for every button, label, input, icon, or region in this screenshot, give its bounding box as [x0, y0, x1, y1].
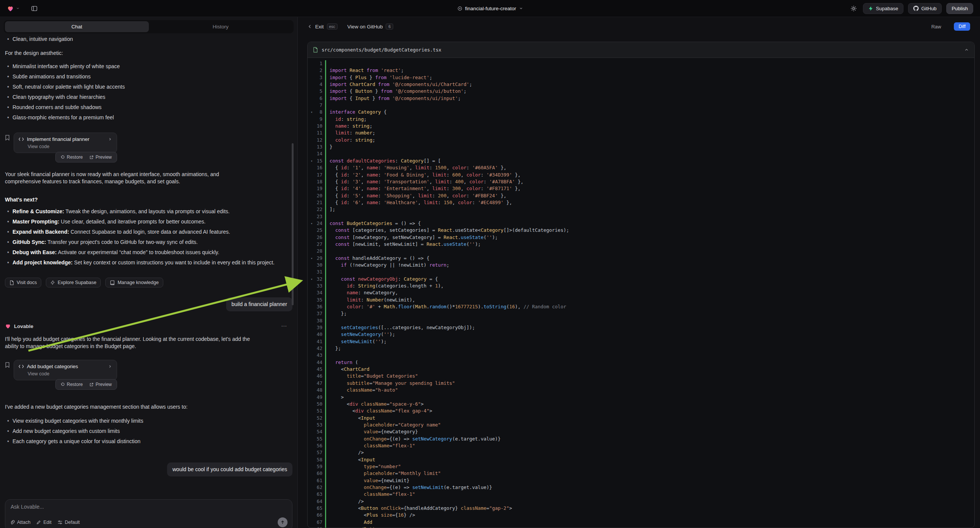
github-button[interactable]: GitHub: [908, 3, 942, 14]
chat-scrollbar-thumb[interactable]: [292, 143, 294, 305]
diff-added-marker: [325, 297, 326, 304]
chat-messages[interactable]: Clean, intuitive navigation For the desi…: [0, 33, 298, 528]
code-text: subtitle="Manage your spending limits": [329, 380, 455, 387]
file-icon: [313, 47, 318, 52]
fold-chevron-icon[interactable]: ▾: [311, 276, 312, 283]
exit-button[interactable]: Exit esc: [308, 24, 337, 30]
edit-button[interactable]: Edit: [37, 520, 51, 525]
chevron-down-icon: [519, 6, 523, 11]
raw-toggle-button[interactable]: Raw: [928, 22, 944, 31]
next-step-item: Debug with Ease: Activate our experiment…: [5, 249, 293, 256]
chevron-right-icon: [108, 364, 112, 369]
tab-history[interactable]: History: [149, 21, 293, 32]
line-number: 7: [310, 102, 325, 109]
fold-chevron-icon[interactable]: ▾: [311, 255, 312, 262]
line-number: 18: [310, 178, 325, 185]
code-line: 22];: [310, 206, 974, 213]
code-text: return (: [329, 359, 358, 366]
line-number: 17: [310, 172, 325, 178]
diff-added-marker: [325, 526, 326, 528]
send-button[interactable]: [278, 517, 288, 527]
code-editor[interactable]: 12import React from 'react';3import { Pl…: [308, 58, 974, 528]
line-number: 57: [310, 449, 325, 456]
line-number: 53: [310, 421, 325, 428]
code-line: 27 const [newLimit, setNewLimit] = React…: [310, 241, 974, 248]
code-line: 11 limit: number;: [310, 130, 974, 136]
code-viewer-panel: Exit esc View on GitHub 6 Raw Diff src/c…: [298, 17, 980, 528]
project-switcher[interactable]: financial-future-creator: [457, 6, 523, 11]
code-text: className="flex-1": [329, 491, 415, 498]
diff-toggle-button[interactable]: Diff: [954, 22, 970, 31]
code-line: 45 <ChartCard: [310, 366, 974, 373]
code-line: 59 type="number": [310, 463, 974, 470]
diff-added-marker: [325, 456, 326, 463]
user-message: would be cool if you could add budget ca…: [167, 463, 293, 477]
attach-button[interactable]: Attach: [10, 520, 30, 525]
code-change-card[interactable]: Implement financial planner View code: [14, 132, 117, 153]
diff-added-marker: [325, 401, 326, 407]
model-default-button[interactable]: Default: [57, 520, 80, 525]
diff-added-marker: [325, 213, 326, 220]
code-card-title: Add budget categories: [27, 364, 105, 369]
code-line: 28: [310, 248, 974, 254]
diff-added-marker: [325, 172, 326, 178]
publish-button[interactable]: Publish: [946, 3, 973, 14]
tab-chat[interactable]: Chat: [5, 21, 149, 32]
code-line: 43: [310, 352, 974, 359]
code-line: ▾29 const handleAddCategory = () => {: [310, 255, 974, 262]
code-line: 62 onChange={(e) => setNewLimit(e.target…: [310, 484, 974, 491]
line-number: 37: [310, 310, 325, 317]
line-number: 55: [310, 436, 325, 442]
quick-actions: Visit docs Explore Supabase Manage knowl…: [5, 278, 293, 288]
lovable-logo-button[interactable]: [7, 5, 20, 12]
sidebar-toggle-button[interactable]: [30, 4, 39, 13]
restore-button[interactable]: Restore: [58, 381, 85, 388]
supabase-button[interactable]: Supabase: [863, 3, 904, 14]
code-line: 67 Add: [310, 519, 974, 526]
line-number: 39: [310, 324, 325, 331]
pencil-icon: [37, 520, 41, 525]
code-line: 52 <Input: [310, 415, 974, 421]
code-text: value={newLimit}: [329, 477, 409, 484]
view-code-link[interactable]: View code: [28, 144, 112, 149]
line-number: 54: [310, 428, 325, 435]
code-line: 3import { Plus } from 'lucide-react';: [310, 74, 974, 81]
attach-icon: [10, 520, 15, 525]
code-line: 14: [310, 150, 974, 157]
visit-docs-button[interactable]: Visit docs: [5, 278, 41, 288]
view-code-link[interactable]: View code: [28, 371, 112, 377]
fold-chevron-icon[interactable]: ▾: [311, 157, 312, 164]
code-change-card[interactable]: Add budget categories View code: [14, 360, 117, 380]
fold-chevron-icon[interactable]: ▾: [311, 109, 312, 116]
line-number: 33: [310, 283, 325, 289]
code-text: limit: number;: [329, 130, 375, 136]
user-message: build a financial planner: [226, 297, 293, 311]
diff-added-marker: [325, 366, 326, 373]
line-number: 60: [310, 470, 325, 477]
code-text: <div className="flex gap-4">: [329, 407, 432, 414]
design-intro: For the design aesthetic:: [5, 49, 255, 57]
file-header[interactable]: src/components/budget/BudgetCategories.t…: [308, 42, 974, 58]
code-line: 54 value={newCategory}: [310, 428, 974, 435]
bookmark-icon[interactable]: [5, 135, 10, 140]
preview-button[interactable]: Preview: [87, 381, 115, 388]
line-number: 51: [310, 407, 325, 414]
diff-added-marker: [325, 304, 326, 310]
chat-input[interactable]: [11, 504, 287, 515]
fold-chevron-icon[interactable]: ▾: [311, 220, 312, 227]
bookmark-icon[interactable]: [5, 362, 10, 368]
preview-button[interactable]: Preview: [87, 153, 115, 161]
diff-added-marker: [325, 387, 326, 394]
code-text: setNewLimit('');: [329, 338, 387, 345]
user-message-row: would be cool if you could add budget ca…: [5, 463, 293, 477]
settings-button[interactable]: [849, 4, 858, 13]
code-text: color: string;: [329, 137, 375, 143]
collapse-chevron-icon[interactable]: [964, 47, 969, 52]
view-on-github-button[interactable]: View on GitHub 6: [347, 24, 393, 30]
restore-button[interactable]: Restore: [58, 153, 85, 161]
line-number: 31: [310, 269, 325, 275]
whats-next-heading: What's next?: [5, 197, 293, 203]
manage-knowledge-button[interactable]: Manage knowledge: [105, 278, 163, 288]
explore-supabase-button[interactable]: Explore Supabase: [46, 278, 101, 288]
message-options-button[interactable]: ⋯: [281, 323, 287, 329]
